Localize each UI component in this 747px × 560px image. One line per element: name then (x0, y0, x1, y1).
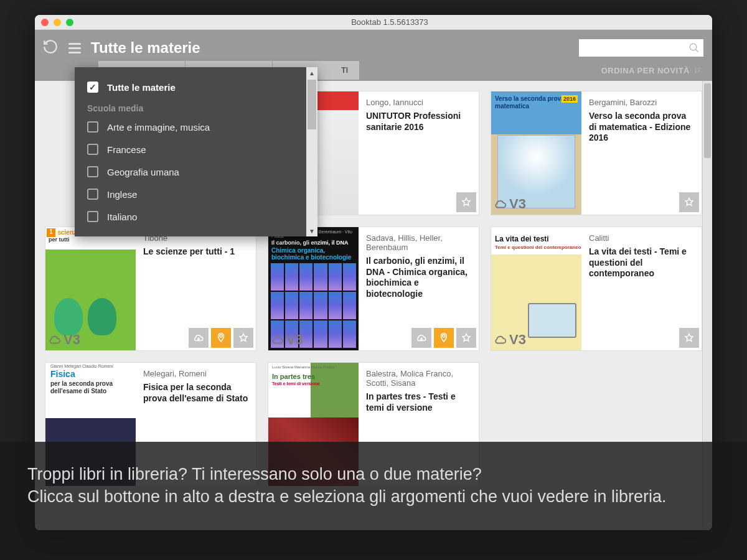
dropdown-scrollbar[interactable]: ▲ ▼ (306, 67, 317, 236)
dropdown-group-label: Scuola media (77, 98, 315, 116)
book-card[interactable]: Verso la seconda prova di matematica2016… (491, 91, 702, 215)
v3-badge: V3 (494, 196, 526, 212)
sort-icon (693, 66, 702, 75)
star-button[interactable] (456, 328, 476, 348)
book-title: In partes tres - Testi e temi di version… (366, 391, 471, 413)
book-author: Sadava, Hillis, Heller, Berenbaum (366, 233, 471, 252)
dropdown-item[interactable]: Italiano (77, 205, 315, 228)
sort-button[interactable]: ORDINA PER NOVITÀ (601, 66, 702, 75)
cloud-button[interactable] (189, 328, 209, 348)
book-author: Balestra, Molica Franco, Scotti, Sisana (366, 369, 471, 388)
book-title: Fisica per la seconda prova dell'esame d… (143, 382, 248, 404)
scrollbar-thumb[interactable] (704, 83, 711, 158)
search-input[interactable] (579, 39, 703, 57)
checkbox-icon (87, 211, 98, 222)
book-cover: 1Le scienzeper tuttiV3 (45, 227, 136, 350)
checkbox-icon (87, 121, 98, 133)
star-button[interactable] (456, 192, 476, 212)
star-button[interactable] (233, 328, 253, 348)
titlebar: Booktab 1.5.5613373 (35, 15, 712, 30)
dropdown-item[interactable]: Geografia umana (77, 161, 315, 183)
star-button[interactable] (679, 328, 699, 348)
checkbox-checked-icon (87, 82, 98, 93)
close-window-button[interactable] (41, 19, 49, 26)
dropdown-item-all[interactable]: Tutte le materie (77, 76, 315, 98)
book-card[interactable]: H. Craig Heller · May R. Berenbaum · Vit… (268, 226, 479, 351)
checkbox-icon (87, 166, 98, 177)
pin-button[interactable] (211, 328, 231, 348)
book-author: Longo, Iannucci (366, 98, 471, 107)
book-title: Il carbonio, gli enzimi, il DNA - Chimic… (366, 256, 471, 299)
book-title: UNITUTOR Professioni sanitarie 2016 (366, 111, 471, 133)
scroll-down-icon[interactable]: ▼ (306, 225, 317, 236)
checkbox-icon (87, 189, 98, 200)
cloud-button[interactable] (411, 328, 431, 348)
book-card[interactable]: 1Le scienzeper tuttiV3TiboneLe scienze p… (45, 226, 256, 351)
book-cover: H. Craig Heller · May R. Berenbaum · Vit… (268, 227, 359, 350)
v3-badge: V3 (494, 332, 526, 348)
window-title: Booktab 1.5.5613373 (73, 17, 706, 27)
minimize-window-button[interactable] (54, 19, 61, 26)
dropdown-item[interactable]: Arte e immagine, musica (77, 116, 315, 138)
book-title: La vita dei testi - Temi e questioni del… (589, 246, 694, 279)
refresh-button[interactable] (35, 39, 66, 57)
subject-dropdown: Tutte le materie Scuola media Arte e imm… (75, 67, 317, 236)
dropdown-item[interactable]: Inglese (77, 183, 315, 205)
book-author: Calitti (589, 233, 694, 243)
dropdown-item[interactable]: Francese (77, 138, 315, 161)
book-title: Le scienze per tutti - 1 (143, 246, 248, 258)
tutorial-caption: Troppi libri in libreria? Ti interessano… (0, 442, 747, 560)
scrollbar-thumb[interactable] (308, 80, 316, 129)
search-icon (688, 42, 700, 54)
window-controls (41, 19, 73, 26)
book-cover: Verso la seconda prova di matematica2016… (491, 91, 581, 215)
book-author: Melegari, Romeni (143, 369, 248, 378)
checkbox-icon (87, 144, 98, 155)
book-title: Verso la seconda prova di matematica - E… (589, 111, 694, 144)
v3-badge: V3 (271, 332, 303, 348)
menu-button[interactable] (66, 40, 83, 56)
book-card[interactable]: Floriana CalittiLa vita dei testiTemi e … (491, 226, 702, 351)
page-title: Tutte le materie (91, 39, 200, 57)
scroll-up-icon[interactable]: ▲ (306, 67, 317, 78)
book-cover: Floriana CalittiLa vita dei testiTemi e … (491, 227, 581, 350)
pin-button[interactable] (434, 328, 454, 348)
book-author: Bergamini, Barozzi (589, 98, 694, 107)
star-button[interactable] (679, 192, 699, 212)
zoom-window-button[interactable] (66, 19, 73, 26)
v3-badge: V3 (48, 332, 80, 348)
